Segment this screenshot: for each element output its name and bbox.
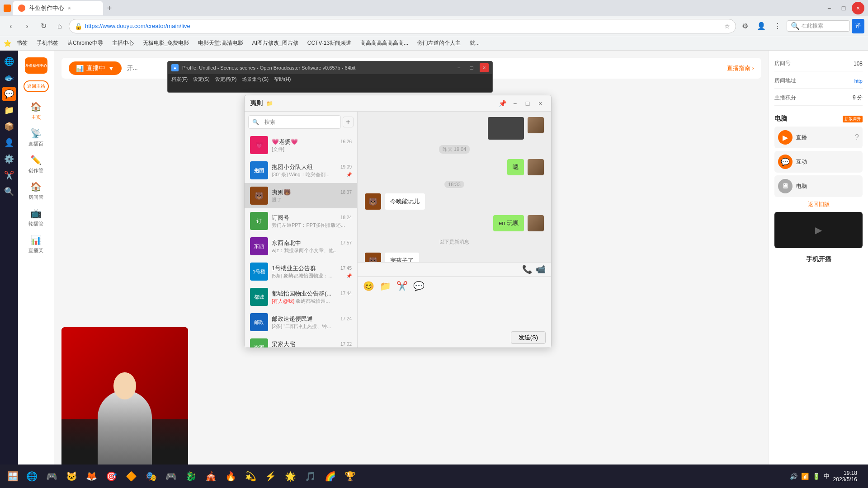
wechat-maximize-btn[interactable]: □ (522, 98, 533, 109)
taskbar-icon-14[interactable]: 🌟 (281, 467, 299, 485)
taskbar-icon-7[interactable]: 🎭 (142, 467, 160, 485)
obs-menu-settings[interactable]: 设定(S) (193, 76, 210, 83)
new-tab-btn[interactable]: + (103, 2, 116, 14)
video-call-btn[interactable]: 📹 (536, 264, 546, 274)
bookmark-4[interactable]: 主播中心 (108, 38, 137, 49)
taskbar-icon-13[interactable]: ⚡ (261, 467, 279, 485)
wechat-search-input[interactable] (261, 117, 337, 127)
stream-option-3[interactable]: 🖥 电脑 (774, 175, 863, 197)
sidebar-icon-5[interactable]: 📦 (2, 119, 16, 134)
contact-ducheng[interactable]: 都城 都城怡园物业公告群(... 17:44 [有人@我] 象屿都城怡园... (245, 284, 357, 310)
sidebar-icon-9[interactable]: 🔍 (2, 184, 16, 199)
add-contact-btn[interactable]: + (343, 117, 354, 127)
back-btn[interactable]: ‹ (4, 19, 18, 33)
phone-call-btn[interactable]: 📞 (522, 264, 532, 274)
msg-sent-en: 嗯 (365, 159, 544, 175)
play-icon[interactable]: ▶ (815, 225, 822, 235)
translate-btn[interactable]: 译 (852, 19, 864, 33)
stream-option-1[interactable]: ▶ 直播 ? (774, 127, 863, 148)
home-btn[interactable]: ⌂ (52, 19, 67, 33)
send-message-btn[interactable]: 发送(S) (511, 331, 546, 344)
sidebar-icon-3[interactable]: 💬 (2, 87, 16, 101)
taskbar-icon-3[interactable]: 🐱 (62, 467, 80, 485)
start-btn[interactable]: 🪟 (4, 467, 22, 485)
live-guide-link[interactable]: 直播指南 › (727, 64, 754, 72)
bookmark-2[interactable]: 手机书签 (33, 38, 62, 49)
live-status-btn[interactable]: 📊 直播中 ▼ (69, 61, 122, 75)
taskbar-icon-12[interactable]: 💫 (241, 467, 259, 485)
contact-liangjia[interactable]: 梁家 梁家大宅 17:02 [5条] 梁bi（梁辉）：三... 📌 (245, 335, 357, 347)
contact-laopo[interactable]: 💗 💗老婆💗 16:26 [文件] (245, 132, 357, 158)
contact-yezhu1[interactable]: 1号楼 1号楼业主公告群 17:45 [5条] 象屿都城怡园物业：... 📌 (245, 259, 357, 284)
contact-subscription[interactable]: 订 订阅号 18:24 旁门左道PPT：PPT多图排版还... (245, 208, 357, 234)
extensions-btn[interactable]: ⚙ (738, 19, 752, 33)
taskbar-icon-2[interactable]: 🎮 (42, 467, 61, 485)
taskbar-icon-1[interactable]: 🌐 (23, 467, 41, 485)
taskbar-icon-4[interactable]: 🦊 (82, 467, 100, 485)
room-address-value[interactable]: http (854, 78, 863, 84)
obs-minimize-btn[interactable]: − (454, 63, 463, 72)
taskbar-icon-10[interactable]: 🎪 (202, 467, 220, 485)
more-tool-btn[interactable]: 💬 (413, 281, 425, 291)
close-window-btn[interactable]: × (852, 2, 864, 14)
sidebar-icon-2[interactable]: 🐟 (2, 70, 16, 85)
obs-menu-profile[interactable]: 设定档(P) (215, 76, 237, 83)
bookmark-9[interactable]: 高高高高高高高高... (357, 38, 412, 49)
bookmark-10[interactable]: 旁门左道的个人主 (414, 38, 464, 49)
profile-btn[interactable]: 👤 (754, 19, 769, 33)
forward-btn[interactable]: › (20, 19, 34, 33)
nav-home[interactable]: 🏠 主页 (23, 98, 50, 124)
bookmark-8[interactable]: CCTV-13新闻频道 (304, 38, 355, 49)
emoji-btn[interactable]: 😊 (363, 281, 374, 291)
contact-baotuan[interactable]: 抱团 抱团小分队大组 19:09 [301条] Wing：吃兴奋剂... 📌 (245, 158, 357, 183)
tab-close-btn[interactable]: × (68, 5, 71, 11)
sidebar-icon-1[interactable]: 🌐 (2, 54, 16, 69)
taskbar-icon-15[interactable]: 🎵 (301, 467, 319, 485)
bookmark-11[interactable]: 就... (466, 38, 483, 49)
contact-dongxi[interactable]: 东西 东西南北中 17:57 wjz：我搜录两个小文章、他... (245, 234, 357, 259)
taskbar-icon-5[interactable]: 🎯 (102, 467, 120, 485)
nav-live[interactable]: 📡 直播百 (23, 124, 50, 151)
taskbar-icon-11[interactable]: 🔥 (222, 467, 240, 485)
bookmark-6[interactable]: 电影天堂:高清电影 (194, 38, 246, 49)
sidebar-icon-8[interactable]: ✂️ (2, 168, 16, 183)
obs-close-btn[interactable]: × (480, 63, 489, 72)
obs-maximize-btn[interactable]: □ (467, 63, 476, 72)
minimize-btn[interactable]: − (823, 2, 835, 14)
menu-btn[interactable]: ⋮ (770, 19, 785, 33)
wechat-message-input[interactable] (363, 297, 546, 324)
nav-create[interactable]: ✏️ 创作管 (23, 151, 50, 178)
contact-yize[interactable]: 🐻 夷则🐻 18:37 眼了 (245, 183, 357, 208)
refresh-btn[interactable]: ↻ (36, 19, 51, 33)
screenshot-btn[interactable]: ✂️ (396, 281, 408, 291)
bookmark-3[interactable]: 从Chrome中导 (64, 38, 107, 49)
maximize-btn[interactable]: □ (837, 2, 850, 14)
nav-room[interactable]: 🏠 房间管 (23, 178, 50, 204)
contact-youzheng[interactable]: 邮政 邮政速递便民通 17:24 [2条] "二阳"冲上热搜、钟... (245, 310, 357, 335)
obs-menu-help[interactable]: 帮助(H) (274, 76, 291, 83)
bookmark-1[interactable]: 书签 (13, 38, 31, 49)
obs-menu-file[interactable]: 档案(F) (171, 76, 188, 83)
return-to-main-btn[interactable]: 返回主站 (24, 80, 49, 92)
file-btn[interactable]: 📁 (380, 281, 391, 291)
obs-menu-scenes[interactable]: 场景集合(S) (242, 76, 269, 83)
sidebar-icon-6[interactable]: 👤 (2, 136, 16, 150)
taskbar-icon-16[interactable]: 🌈 (321, 467, 339, 485)
taskbar-icon-17[interactable]: 🏆 (341, 467, 359, 485)
wechat-pin-btn[interactable]: 📌 (497, 98, 508, 109)
stream-option-2[interactable]: 💬 互动 (774, 151, 863, 173)
sidebar-icon-4[interactable]: 📁 (2, 103, 16, 117)
return-old-btn[interactable]: 返回旧版 (774, 201, 863, 208)
taskbar-icon-6[interactable]: 🔶 (122, 467, 140, 485)
nav-data[interactable]: 📊 直播某 (23, 231, 50, 258)
address-bar[interactable]: 🔒 https://www.douyu.com/creator/main/liv… (69, 19, 736, 33)
wechat-close-btn[interactable]: × (535, 98, 546, 109)
wechat-minimize-btn[interactable]: − (509, 98, 520, 109)
bookmark-7[interactable]: AI图片修改_图片修 (249, 38, 302, 49)
taskbar-icon-9[interactable]: 🐉 (182, 467, 200, 485)
nav-carousel[interactable]: 📺 轮播管 (23, 204, 50, 231)
active-tab[interactable]: 斗鱼创作中心 × (13, 1, 103, 15)
bookmark-5[interactable]: 无极电影_免费电影 (139, 38, 193, 49)
taskbar-icon-8[interactable]: 🎮 (162, 467, 180, 485)
sidebar-icon-7[interactable]: ⚙️ (2, 152, 16, 166)
